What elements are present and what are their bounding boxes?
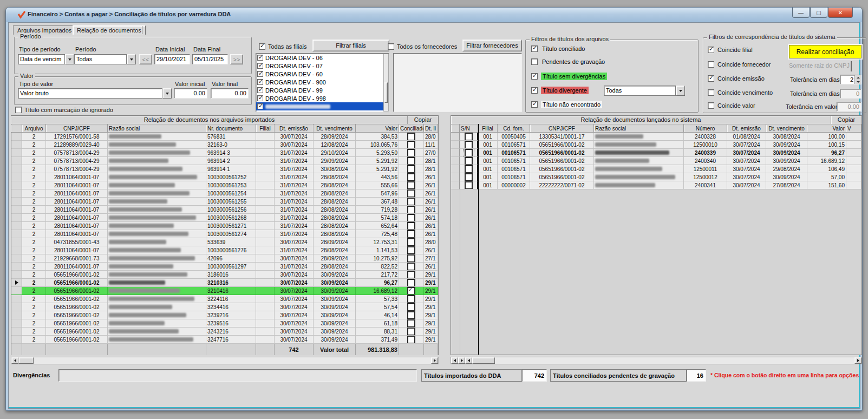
table-row[interactable]: 0010010657105651966/0001-021250001030/07… [451, 141, 862, 149]
table-row[interactable]: 0010005040513305341/0001-17240032801/08/… [451, 133, 862, 141]
table-row[interactable]: 205651966/0001-02324771630/07/202430/09/… [11, 336, 438, 344]
coincide-emissao-checkbox[interactable] [708, 75, 714, 82]
table-row[interactable]: 221929668/0001-734209630/07/202428/09/20… [11, 254, 438, 263]
table-row[interactable]: 228011064/0001-07100300056127631/07/2024… [11, 246, 438, 254]
column-header[interactable]: Dt. vencimento [766, 125, 807, 133]
filial-list-item[interactable]: DROGARIA DEV - 06 [256, 54, 389, 62]
somente-raiz-checkbox[interactable] [851, 61, 852, 71]
table-row[interactable]: 228011064/0001-07100300056125631/07/2024… [11, 206, 438, 214]
filiais-scrollbar[interactable] [383, 54, 389, 112]
todos-fornecedores-row[interactable]: Todos os fornecedores [388, 43, 457, 50]
row-checkbox[interactable] [407, 133, 415, 141]
filial-list-item[interactable]: DROGARIA DEV - 900 [256, 78, 389, 86]
filial-list-item[interactable]: DROGARIA DEV - 99 [256, 86, 389, 94]
row-checkbox[interactable] [407, 271, 415, 279]
close-button[interactable]: ✕ [828, 8, 853, 18]
row-checkbox[interactable] [407, 206, 415, 214]
row-checkbox[interactable] [407, 165, 415, 173]
row-checkbox[interactable] [407, 214, 415, 222]
table-row[interactable]: 0010010657105651966/0001-02240034030/07/… [451, 157, 862, 165]
filial-item-checkbox[interactable] [257, 95, 263, 101]
column-header[interactable]: Razão social [108, 125, 206, 133]
column-header[interactable]: Razão social [594, 125, 684, 133]
column-header[interactable]: Dt. emissão [727, 125, 766, 133]
coincide-fornecedor-row[interactable]: Coincide fornecedor [708, 61, 771, 68]
todos-fornecedores-checkbox[interactable] [388, 43, 394, 50]
row-checkbox[interactable] [407, 287, 415, 295]
row-checkbox[interactable] [465, 173, 473, 181]
copiar-left-button[interactable]: Copiar [407, 116, 438, 124]
sistema-hscroll-thumb[interactable] [472, 357, 495, 364]
coincide-valor-row[interactable]: Coincide valor [708, 102, 755, 109]
table-row[interactable]: 217291576/0001-5857683130/07/202428/09/2… [11, 133, 438, 141]
column-header[interactable]: Filial [478, 125, 498, 133]
table-row[interactable]: 205651966/0001-02323951630/07/202430/09/… [11, 319, 438, 328]
row-checkbox[interactable] [465, 149, 473, 157]
row-checkbox[interactable] [407, 181, 415, 189]
row-checkbox[interactable] [407, 295, 415, 303]
row-checkbox[interactable] [407, 263, 415, 271]
row-checkbox[interactable] [407, 141, 415, 149]
table-row[interactable]: 0010000000222222222/0071-02240034130/07/… [451, 181, 862, 189]
scroll-right-icon[interactable] [854, 357, 862, 364]
coincide-fornecedor-checkbox[interactable] [708, 61, 714, 68]
table-row[interactable]: 0010010657105651966/0001-021250001130/07… [451, 165, 862, 173]
filtro-conciliado-row[interactable]: Título conciliado [531, 45, 586, 52]
filial-list-item[interactable] [256, 102, 389, 110]
row-checkbox[interactable] [407, 303, 415, 311]
filiais-listbox[interactable]: DROGARIA DEV - 06DROGARIA DEV - 07DROGAR… [256, 53, 389, 112]
realizar-conciliacao-button[interactable]: Realizar conciliação [789, 45, 862, 58]
divergente-tipo-select[interactable]: Todas [604, 86, 685, 96]
row-checkbox[interactable] [465, 133, 473, 141]
column-header[interactable]: Valor [356, 125, 399, 133]
row-checkbox[interactable] [407, 230, 415, 238]
ignorado-checkbox[interactable] [15, 107, 22, 113]
prev-period-button[interactable]: << [139, 54, 152, 64]
tab-relacao-documentos[interactable]: Relação de documentos [73, 25, 146, 35]
column-header[interactable]: Conciliado [399, 125, 424, 133]
scroll-left-icon[interactable] [451, 357, 458, 364]
table-row[interactable]: 205651966/0001-02323441630/07/202430/09/… [11, 303, 438, 311]
column-header[interactable]: S/N [460, 125, 478, 133]
table-row[interactable]: 207578713/0004-29963914 231/07/202429/09… [11, 157, 438, 165]
filtrar-fornecedores-button[interactable]: Filtrar fornecedores [462, 40, 522, 51]
filtro-conciliado-checkbox[interactable] [531, 45, 538, 52]
chevron-down-icon[interactable] [162, 88, 172, 99]
next-period-button[interactable]: >> [230, 54, 243, 64]
chevron-down-icon[interactable] [65, 54, 74, 64]
column-header[interactable]: CNPJ/CPF [46, 125, 108, 133]
filiais-scrollbar-thumb[interactable] [384, 82, 388, 103]
arquivos-hscroll-thumb[interactable] [18, 357, 34, 364]
row-checkbox[interactable] [407, 328, 415, 336]
column-header[interactable]: Número [684, 125, 727, 133]
tolerancia-valor-input[interactable]: 0.00 [837, 102, 862, 112]
table-row[interactable]: 0010010657105651966/0001-02240033930/07/… [451, 149, 862, 157]
table-row[interactable]: 228011064/0001-07100300056125331/07/2024… [11, 181, 438, 189]
tipo-valor-select[interactable]: Valor bruto [18, 88, 172, 99]
scroll-right-icon[interactable] [431, 357, 438, 364]
row-checkbox[interactable] [465, 181, 473, 189]
spinner-icon[interactable] [854, 75, 861, 84]
column-header[interactable]: V [846, 125, 862, 133]
coincide-filial-checkbox[interactable] [708, 47, 714, 53]
filtro-pendentes-checkbox[interactable] [531, 58, 538, 65]
scroll-left-icon[interactable] [465, 357, 472, 364]
table-row[interactable]: 204731855/0001-4353363930/07/202428/09/2… [11, 238, 438, 246]
row-checkbox[interactable] [465, 165, 473, 173]
table-row[interactable]: 228011064/0001-07100300056129731/07/2024… [11, 263, 438, 271]
column-header[interactable]: Valor [807, 125, 846, 133]
filial-item-checkbox[interactable] [257, 103, 263, 109]
row-checkbox[interactable] [407, 279, 415, 287]
table-row[interactable]: 221289889/0029-4032163-030/07/202412/08/… [11, 141, 438, 149]
filtro-pendentes-row[interactable]: Pendentes de gravação [531, 58, 606, 65]
table-row[interactable]: 228011064/0001-07100300056127431/07/2024… [11, 230, 438, 238]
filtro-divergente-checkbox[interactable] [531, 87, 538, 94]
arquivos-grid-hscrollbar[interactable] [11, 357, 439, 364]
row-checkbox[interactable] [465, 141, 473, 149]
row-checkbox[interactable] [407, 319, 415, 328]
minimize-button[interactable]: — [792, 8, 810, 18]
table-row[interactable]: 228011064/0001-07100300056125231/07/2024… [11, 173, 438, 181]
todas-filiais-checkbox[interactable] [259, 43, 265, 50]
coincide-valor-checkbox[interactable] [708, 102, 714, 109]
filial-item-checkbox[interactable] [257, 63, 263, 69]
